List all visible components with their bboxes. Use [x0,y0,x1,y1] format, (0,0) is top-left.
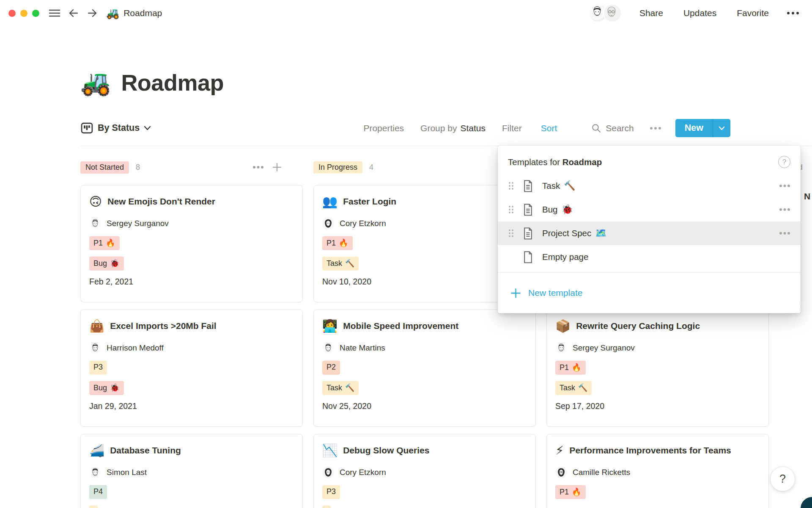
template-item-task[interactable]: Task 🔨 [498,174,801,198]
card-title: 📉Debug Slow Queries [322,444,527,457]
drag-handle-icon[interactable] [508,205,515,214]
assignee-name: Camille Ricketts [573,468,630,477]
card-emoji: 🙃 [89,195,102,208]
filter-button[interactable]: Filter [499,123,524,134]
sort-button[interactable]: Sort [538,123,560,134]
avatar [322,218,334,229]
group-by-value: Status [461,123,486,133]
template-item-label: Empty page [542,252,588,262]
favorite-button[interactable]: Favorite [734,8,771,19]
card-date: Jan 29, 2021 [89,401,294,411]
share-button[interactable]: Share [637,8,666,19]
avatar [89,467,101,478]
clipped-card-title-fragment: N [804,191,810,202]
column-count: 4 [369,163,373,172]
priority-badge: P1🔥 [555,485,586,499]
card-assignee: Cory Etzkorn [322,467,527,478]
toolbar-more-icon[interactable] [650,127,661,130]
column-add-card-icon[interactable] [272,163,282,172]
templates-popup-title-target: Roadmap [562,157,602,167]
avatar [322,467,334,478]
page-title[interactable]: Roadmap [121,69,224,96]
card-title: ⚡Performance Improvements for Teams [555,444,737,457]
forward-arrow-icon[interactable] [87,8,98,18]
card-title: 👜Excel Imports >20Mb Fail [89,319,294,333]
new-template-button[interactable]: New template [508,287,585,299]
template-item-emoji: 🐞 [561,204,573,215]
column-header-not-started: Not Started 8 [80,160,303,174]
back-arrow-icon[interactable] [68,8,79,18]
card-database-tuning[interactable]: 🚄Database Tuning Simon Last P4 [80,434,303,508]
new-button-dropdown[interactable] [713,119,730,137]
board-view-icon [80,121,93,135]
properties-button[interactable]: Properties [361,123,406,134]
card-emoji: 👜 [89,319,104,333]
updates-button[interactable]: Updates [681,8,719,19]
avatar [322,342,334,354]
group-by-label: Group by [420,123,457,133]
page-emoji[interactable]: 🚜 [80,67,111,98]
priority-badge: P3 [322,485,340,499]
card-excel-imports-fail[interactable]: 👜Excel Imports >20Mb Fail Harrison Medof… [80,309,303,427]
avatar [555,467,567,478]
help-button[interactable]: ? [771,467,795,491]
card-new-emojis-dont-render[interactable]: 🙃New Emojis Don't Render Sergey Surganov… [80,185,303,302]
template-more-icon[interactable] [779,208,790,211]
collaborator-avatars[interactable] [589,4,622,22]
card-title: 📦Rewrite Query Caching Logic [555,319,760,333]
more-menu-icon[interactable] [787,11,799,15]
minimize-window-button[interactable] [20,10,27,17]
card-rewrite-query-caching-logic[interactable]: 📦Rewrite Query Caching Logic Sergey Surg… [546,309,769,427]
page-header: 🚜 Roadmap [80,67,224,98]
new-button-group: New [675,119,730,137]
type-badge: Task🔨 [322,381,359,395]
card-title: 👩‍💻Mobile Speed Improvement [322,319,527,333]
close-window-button[interactable] [8,10,16,17]
priority-badge: P1🔥 [555,361,586,375]
window-controls [8,10,39,17]
sidebar-menu-icon[interactable] [49,8,60,18]
search-label: Search [606,123,634,133]
new-template-label: New template [528,288,582,298]
page-icon [523,180,534,192]
search-button[interactable]: Search [591,123,634,133]
column-status-badge[interactable]: Not Started [80,161,129,174]
avatar [89,342,101,354]
card-emoji: ⚡ [555,444,564,457]
view-switcher[interactable]: By Status [80,121,151,135]
drag-handle-icon[interactable] [508,229,515,238]
templates-popup-header: Templates for Roadmap ? [498,156,801,174]
chevron-down-icon [144,126,151,130]
type-badge: Task🔨 [322,257,359,271]
group-by-button[interactable]: Group by Status [420,123,486,133]
template-item-project-spec[interactable]: Project Spec 🗺️ [498,221,801,245]
card-date: Sep 17, 2020 [555,401,760,411]
column-status-badge[interactable]: In Progress [313,161,362,174]
priority-badge: P3 [89,361,107,375]
template-item-empty-page[interactable]: Empty page [498,245,801,269]
priority-badge: P1🔥 [89,236,120,250]
assignee-name: Sergey Surganov [107,219,169,228]
card-title: 👥Faster Login [322,195,527,208]
templates-popup: Templates for Roadmap ? Task 🔨 Bug 🐞 [498,146,801,313]
template-item-label: Project Spec [542,228,591,238]
drag-handle-icon[interactable] [508,181,515,190]
help-circle-icon[interactable]: ? [778,156,790,168]
new-button[interactable]: New [675,119,713,137]
template-more-icon[interactable] [779,184,790,188]
window-titlebar: 🚜 Roadmap Share Updates Favorite [0,0,812,26]
card-assignee: Sergey Surganov [89,218,294,229]
column-count: 8 [136,163,140,172]
search-icon [591,123,601,133]
assignee-name: Cory Etzkorn [340,219,386,228]
template-item-bug[interactable]: Bug 🐞 [498,198,801,221]
card-mobile-speed-improvement[interactable]: 👩‍💻Mobile Speed Improvement Nate Martins… [313,309,536,427]
zoom-window-button[interactable] [32,10,39,17]
card-debug-slow-queries[interactable]: 📉Debug Slow Queries Cory Etzkorn P3 [313,434,536,508]
column-more-icon[interactable] [252,166,264,169]
card-performance-improvements-for-teams[interactable]: ⚡Performance Improvements for Teams Cami… [546,434,769,508]
card-date: Nov 25, 2020 [322,401,527,411]
template-more-icon[interactable] [779,232,790,235]
card-emoji: 🚄 [89,444,104,457]
assignee-name: Nate Martins [340,343,385,353]
